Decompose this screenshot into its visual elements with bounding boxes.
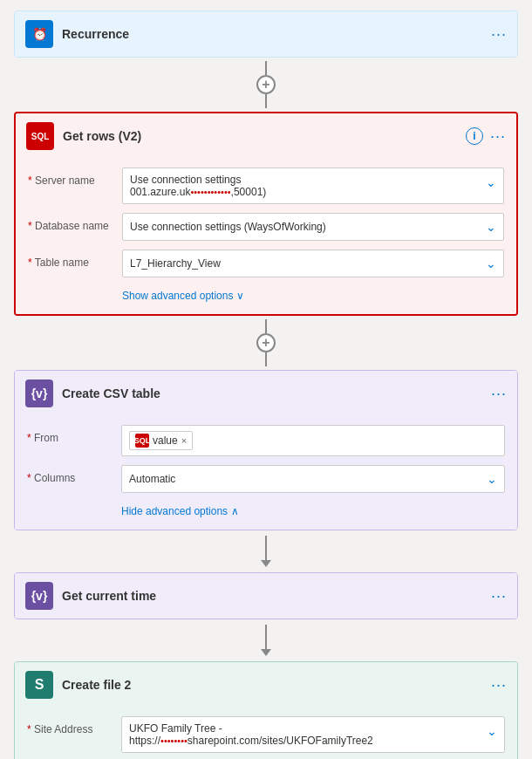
from-chip-icon: SQL [135, 434, 149, 448]
database-dropdown-arrow[interactable]: ⌄ [486, 220, 496, 234]
recurrence-menu-button[interactable]: ··· [491, 25, 507, 44]
arrow-4 [14, 619, 518, 661]
recurrence-header: ⏰ Recurrence ··· [15, 11, 517, 57]
createfile-actions: ··· [491, 676, 507, 694]
getrows-actions: i ··· [466, 127, 506, 146]
csv-body: From SQL value × Columns Automatic ⌄ Hid… [15, 416, 517, 530]
add-step-button-1[interactable]: + [256, 75, 276, 94]
server-field-row: Server name Use connection settings 001.… [28, 168, 504, 204]
arrow-line-3 [265, 536, 267, 560]
gettime-title: Get current time [62, 589, 482, 603]
arrow-head-4 [261, 649, 271, 656]
hide-advanced-chevron: ∧ [231, 505, 239, 517]
table-field-row: Table name L7_Hierarchy_View ⌄ [28, 250, 504, 277]
server-label: Server name [28, 168, 115, 187]
server-value-line1: Use connection settings [130, 174, 266, 186]
arrow-head-3 [261, 560, 271, 567]
table-dropdown-arrow[interactable]: ⌄ [486, 256, 496, 270]
siteaddress-dropdown-arrow[interactable]: ⌄ [487, 724, 497, 738]
csv-menu-button[interactable]: ··· [491, 385, 507, 403]
add-step-button-2[interactable]: + [256, 333, 276, 352]
from-chip-close[interactable]: × [181, 435, 187, 446]
createfile-menu-button[interactable]: ··· [491, 676, 507, 694]
csv-icon: {v} [25, 380, 53, 407]
from-field-row: From SQL value × [27, 425, 505, 456]
siteaddress-value-line1: UKFO Family Tree - [129, 722, 373, 735]
createfile-card: S Create file 2 ··· Site Address UKFO Fa… [14, 661, 518, 759]
gettime-menu-button[interactable]: ··· [491, 587, 507, 605]
hide-advanced-label: Hide advanced options [121, 505, 228, 517]
createfile-header: S Create file 2 ··· [15, 662, 517, 708]
getrows-body: Server name Use connection settings 001.… [16, 159, 516, 314]
recurrence-card: ⏰ Recurrence ··· [14, 10, 518, 58]
getrows-header: SQL Get rows (V2) i ··· [16, 113, 516, 159]
show-advanced-label: Show advanced options [122, 290, 233, 302]
arrow-3 [14, 530, 518, 572]
from-label: From [27, 425, 114, 444]
from-input[interactable]: SQL value × [121, 425, 505, 456]
gettime-icon: {v} [25, 582, 53, 610]
createfile-icon: S [25, 671, 53, 699]
getrows-menu-button[interactable]: ··· [490, 127, 506, 146]
csv-header: {v} Create CSV table ··· [15, 371, 517, 416]
connector-line-1b [265, 94, 267, 108]
database-input[interactable]: Use connection settings (WaysOfWorking) … [122, 213, 504, 241]
getrows-info-button[interactable]: i [466, 127, 483, 145]
connector-line-1 [265, 61, 267, 75]
csv-title: Create CSV table [62, 386, 482, 400]
siteaddress-label: Site Address [27, 716, 114, 735]
createfile-title: Create file 2 [62, 678, 482, 692]
gettime-actions: ··· [491, 587, 507, 605]
connector-2: + [14, 316, 518, 370]
columns-field-row: Columns Automatic ⌄ [27, 465, 505, 493]
show-advanced-link[interactable]: Show advanced options ∨ [122, 290, 244, 302]
recurrence-title: Recurrence [62, 27, 482, 41]
from-chip: SQL value × [129, 431, 193, 450]
arrow-line-4 [265, 625, 267, 649]
server-masked: •••••••••••• [190, 187, 230, 197]
table-label: Table name [28, 250, 115, 269]
hide-advanced-link[interactable]: Hide advanced options ∧ [121, 505, 239, 517]
server-input[interactable]: Use connection settings 001.azure.uk••••… [122, 168, 504, 204]
database-field-row: Database name Use connection settings (W… [28, 213, 504, 241]
gettime-card: {v} Get current time ··· [14, 572, 518, 619]
server-dropdown-arrow[interactable]: ⌄ [486, 175, 496, 189]
columns-input[interactable]: Automatic ⌄ [121, 465, 505, 493]
connector-line-2b [265, 352, 267, 366]
site-masked: •••••••• [160, 735, 188, 746]
connector-1: + [14, 58, 518, 112]
siteaddress-field-row: Site Address UKFO Family Tree - https://… [27, 716, 505, 753]
connector-line-2a [265, 319, 267, 333]
database-label: Database name [28, 213, 115, 232]
columns-dropdown-arrow[interactable]: ⌄ [487, 472, 497, 486]
from-chip-text: value [153, 434, 178, 447]
server-value-line2: 001.azure.uk••••••••••••,50001) [130, 186, 266, 198]
table-value: L7_Hierarchy_View [130, 257, 221, 270]
database-value: Use connection settings (WaysOfWorking) [130, 221, 326, 233]
gettime-header: {v} Get current time ··· [15, 573, 517, 619]
getrows-icon: SQL [26, 122, 54, 150]
csv-card: {v} Create CSV table ··· From SQL value … [14, 370, 518, 530]
recurrence-actions: ··· [491, 25, 507, 44]
csv-actions: ··· [491, 385, 507, 403]
getrows-title: Get rows (V2) [63, 129, 457, 143]
table-input[interactable]: L7_Hierarchy_View ⌄ [122, 250, 504, 277]
siteaddress-value-line2: https://••••••••sharepoint.com/sites/UKF… [129, 735, 373, 747]
columns-label: Columns [27, 465, 114, 484]
getrows-card: SQL Get rows (V2) i ··· Server name Use … [14, 112, 518, 316]
columns-value: Automatic [129, 473, 175, 485]
createfile-body: Site Address UKFO Family Tree - https://… [15, 708, 517, 759]
show-advanced-chevron: ∨ [236, 290, 244, 302]
siteaddress-input[interactable]: UKFO Family Tree - https://••••••••share… [121, 716, 505, 753]
recurrence-icon: ⏰ [25, 20, 53, 48]
